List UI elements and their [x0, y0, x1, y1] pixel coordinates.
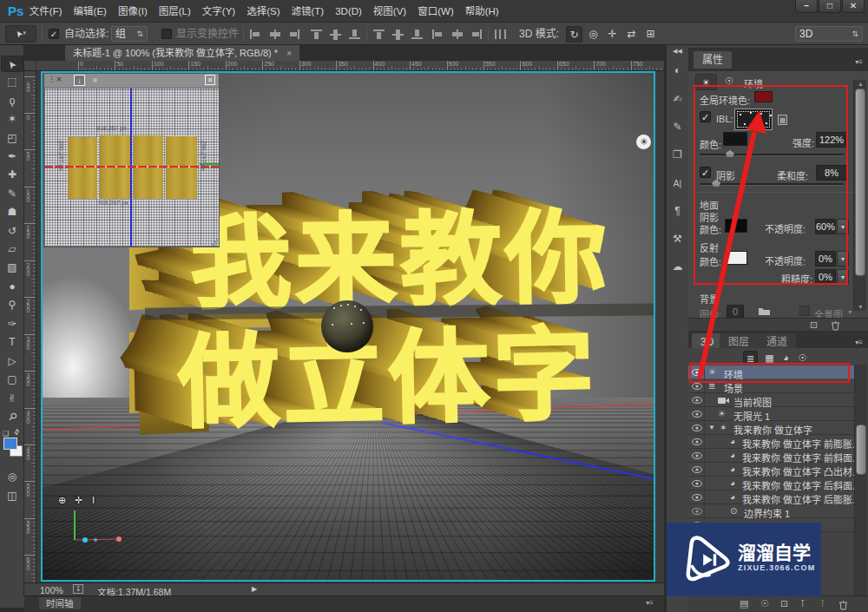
swap-colors-icon[interactable]: ⇄	[12, 427, 22, 437]
document-canvas[interactable]: 我来教你 做立体字 ✳ ⊕ ✛ Ι	[41, 71, 655, 582]
menu-item-window[interactable]: 窗口(W)	[412, 0, 460, 23]
delete-icon[interactable]	[838, 600, 848, 610]
eraser-tool[interactable]: ▱	[1, 241, 23, 258]
3d-scale-icon[interactable]: ⊞	[642, 26, 659, 43]
panorama-dropdown-icon[interactable]: ▼	[847, 309, 853, 315]
render-icon[interactable]: ⊡	[780, 598, 788, 609]
healing-brush-tool[interactable]: ✚	[1, 167, 23, 183]
distribute-right-icon[interactable]	[470, 30, 482, 39]
menu-item-view[interactable]: 视图(V)	[367, 0, 411, 23]
align-middle-icon[interactable]	[330, 30, 341, 39]
cc-libraries-panel-icon[interactable]: ☁	[667, 260, 688, 273]
align-bottom-icon[interactable]	[349, 30, 360, 39]
3d-row-environment[interactable]: ☀环境	[688, 365, 855, 379]
3d-row-material[interactable]: ◕我来教你 做立体字 后膨胀...	[688, 490, 855, 504]
3d-row-current-view[interactable]: 当前视图	[688, 393, 855, 407]
distribute-left-icon[interactable]	[432, 30, 444, 39]
visibility-eye-icon[interactable]	[688, 490, 705, 504]
scroll-up-icon[interactable]: ▲	[858, 81, 864, 87]
intensity-slider-thumb[interactable]	[726, 150, 734, 157]
adjustments-panel-icon[interactable]: ◐	[667, 64, 688, 76]
zoom-tool[interactable]: ⚲	[1, 409, 23, 425]
reflection-opacity-value[interactable]: 0%	[815, 251, 836, 267]
ground-opacity-dropdown[interactable]: ▼	[837, 219, 849, 234]
menu-item-type[interactable]: 文字(Y)	[196, 0, 240, 23]
render-icon[interactable]: ⊡	[810, 319, 818, 331]
show-transform-checkbox[interactable]	[161, 29, 172, 39]
timeline-menu-icon[interactable]: ▾≡	[646, 599, 654, 607]
visibility-eye-icon[interactable]	[688, 407, 705, 421]
type-tool[interactable]: T	[1, 334, 23, 351]
quick-mask-button[interactable]: ◎	[1, 469, 23, 485]
brush-presets-panel-icon[interactable]: ✍	[667, 93, 688, 105]
ground-shadow-color-swatch[interactable]	[725, 219, 747, 233]
foreground-color-swatch[interactable]	[3, 438, 17, 450]
ibl-color-swatch[interactable]	[723, 132, 747, 146]
visibility-eye-icon[interactable]	[688, 463, 705, 477]
ibl-checkbox[interactable]: ✓	[700, 111, 711, 122]
align-right-icon[interactable]	[288, 30, 299, 39]
pan-axis-icon[interactable]: ✛	[75, 495, 82, 506]
3d-row-scene[interactable]: ≣场景	[688, 379, 855, 393]
clone-stamp-tool[interactable]: ☗	[1, 204, 23, 220]
distribute-middle-icon[interactable]	[392, 30, 404, 39]
orbit-axis-icon[interactable]: ⊕	[58, 495, 66, 506]
scale-axis-icon[interactable]: Ι	[92, 495, 95, 505]
delete-icon[interactable]	[831, 320, 840, 331]
3d-row-constraint[interactable]: ⊙边界约束 1	[688, 504, 855, 518]
tab-properties[interactable]: 属性	[694, 51, 732, 69]
3d-slide-icon[interactable]: ⇄	[623, 26, 640, 43]
history-brush-tool[interactable]: ↺	[1, 223, 23, 240]
menu-item-layer[interactable]: 图层(L)	[153, 0, 196, 23]
filter-materials-icon[interactable]: ◕	[779, 351, 793, 365]
menu-item-select[interactable]: 选择(S)	[241, 0, 286, 23]
visibility-eye-icon[interactable]	[688, 365, 705, 379]
clone-source-panel-icon[interactable]: ❐	[667, 148, 688, 161]
visibility-eye-icon[interactable]	[688, 504, 705, 518]
current-tool-chip[interactable]: ➤▾	[5, 25, 36, 43]
visibility-eye-icon[interactable]	[688, 421, 705, 435]
maximize-button[interactable]: □	[819, 0, 841, 13]
swap-view-icon[interactable]: ↓	[74, 75, 85, 86]
screen-mode-button[interactable]: ◫	[1, 488, 23, 504]
resize-grip-icon[interactable]	[211, 239, 218, 246]
infinite-light-widget[interactable]: ✳	[636, 135, 651, 149]
menu-item-file[interactable]: 文件(F)	[23, 0, 68, 23]
global-ambient-color-swatch[interactable]	[754, 91, 773, 102]
move-tool[interactable]: ➤	[1, 56, 23, 72]
distribute-top-icon[interactable]	[373, 30, 385, 39]
status-arrow-icon[interactable]: ▶	[252, 585, 257, 593]
tool-presets-panel-icon[interactable]: ⚒	[667, 233, 688, 245]
pen-tool[interactable]: ✑	[1, 316, 23, 332]
intensity-slider[interactable]	[700, 154, 844, 156]
ground-opacity-value[interactable]: 60%	[815, 219, 836, 234]
path-select-tool[interactable]: ▷	[1, 353, 23, 370]
visibility-eye-icon[interactable]	[688, 435, 705, 449]
auto-select-dropdown[interactable]: 组⇅	[111, 26, 148, 42]
scrollbar-thumb[interactable]	[855, 89, 865, 276]
swap-main-view-icon[interactable]: ✕	[205, 75, 215, 85]
intensity-value[interactable]: 122%	[816, 132, 847, 148]
crop-tool[interactable]: ◰	[1, 130, 23, 147]
shape-tool[interactable]: ▢	[1, 372, 23, 388]
expand-panels-icon[interactable]: ◀◀	[667, 48, 688, 55]
environment-filter-icon[interactable]: ☀	[695, 74, 717, 90]
3d-row-material[interactable]: ◕我来教你 做立体字 后斜面...	[688, 477, 855, 490]
eyedropper-tool[interactable]: ✒	[1, 148, 23, 165]
3d-orbit-icon[interactable]: ↻	[566, 26, 582, 43]
gradient-tool[interactable]: ▨	[1, 260, 23, 276]
auto-select-checkbox[interactable]: ✓	[49, 29, 59, 39]
3d-pan-icon[interactable]: ✛	[604, 26, 621, 43]
minimize-button[interactable]: –	[795, 0, 818, 13]
image-value[interactable]: 0	[727, 305, 744, 319]
softness-slider[interactable]	[700, 183, 844, 186]
secondary-view-panel[interactable]: ⋮ × ↓ ✕ 918.267 px 918.267 px 260.	[43, 73, 220, 247]
3d-roll-icon[interactable]: ◎	[585, 26, 602, 43]
character-panel-icon[interactable]: A|	[667, 179, 688, 188]
quick-select-tool[interactable]: ✶	[1, 111, 23, 128]
3d-panel-menu-icon[interactable]: ▾≡	[855, 339, 863, 346]
new-light-icon[interactable]: ☉	[760, 598, 769, 609]
menu-item-3d[interactable]: 3D(D)	[330, 0, 368, 23]
zoom-level[interactable]: 100%	[40, 585, 63, 596]
roughness-dropdown[interactable]: ▼	[837, 269, 849, 285]
